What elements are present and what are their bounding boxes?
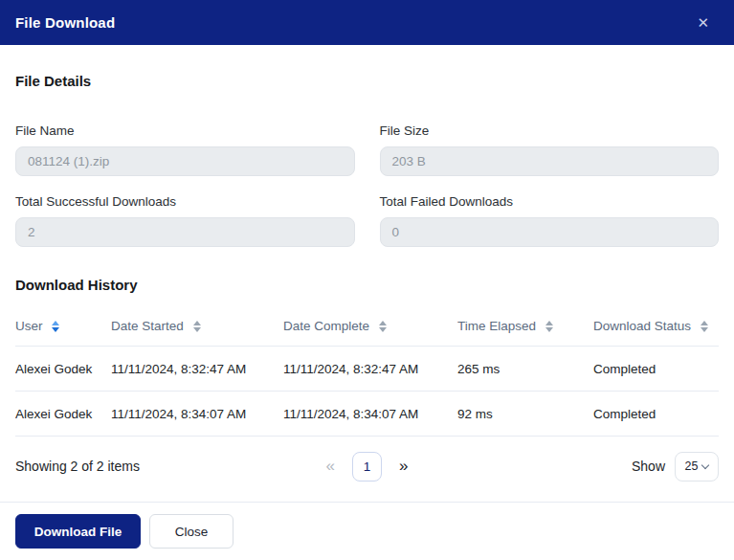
file-name-field-group: File Name 081124 (1).zip xyxy=(15,123,355,176)
file-details-heading: File Details xyxy=(15,73,719,89)
cell-download-status: Completed xyxy=(593,347,719,392)
next-page-icon[interactable]: » xyxy=(393,455,413,478)
file-name-input: 081124 (1).zip xyxy=(15,146,355,176)
cell-user: Alexei Godek xyxy=(15,392,111,437)
column-header-time-elapsed[interactable]: Time Elapsed xyxy=(457,319,593,347)
previous-page-icon[interactable]: « xyxy=(321,455,341,478)
sort-icon xyxy=(52,321,59,332)
column-label: User xyxy=(15,319,43,333)
show-group: Show 25 xyxy=(413,452,719,482)
file-download-modal: File Download ✕ File Details File Name 0… xyxy=(0,0,734,560)
cell-user: Alexei Godek xyxy=(15,347,111,392)
total-successful-input: 2 xyxy=(15,217,355,247)
close-icon[interactable]: ✕ xyxy=(693,11,713,34)
file-details-grid: File Name 081124 (1).zip File Size 203 B… xyxy=(15,123,719,247)
paging-summary: Showing 2 of 2 items xyxy=(15,459,321,474)
modal-header: File Download ✕ xyxy=(0,0,734,45)
cell-date-complete: 11/11/2024, 8:32:47 AM xyxy=(283,347,457,392)
cell-download-status: Completed xyxy=(593,392,719,437)
file-size-field-group: File Size 203 B xyxy=(380,123,720,176)
sort-icon xyxy=(379,321,387,332)
table-header-row: User Date Started Date Complete Time Ela… xyxy=(15,319,719,347)
column-label: Time Elapsed xyxy=(457,319,536,333)
modal-title: File Download xyxy=(15,14,115,31)
total-successful-field-group: Total Successful Downloads 2 xyxy=(15,194,355,247)
table-row: Alexei Godek 11/11/2024, 8:34:07 AM 11/1… xyxy=(15,392,719,437)
sort-icon xyxy=(193,321,201,332)
cell-date-started: 11/11/2024, 8:32:47 AM xyxy=(111,347,283,392)
pager: « 1 » xyxy=(321,452,414,482)
page-number-button[interactable]: 1 xyxy=(352,452,382,482)
show-label: Show xyxy=(632,459,665,474)
table-row: Alexei Godek 11/11/2024, 8:32:47 AM 11/1… xyxy=(15,347,719,392)
column-header-download-status[interactable]: Download Status xyxy=(593,319,719,347)
column-header-user[interactable]: User xyxy=(15,319,111,347)
total-failed-input: 0 xyxy=(380,217,720,247)
file-name-label: File Name xyxy=(15,123,355,138)
cell-time-elapsed: 265 ms xyxy=(457,347,593,392)
download-history-table: User Date Started Date Complete Time Ela… xyxy=(15,319,719,437)
sort-icon xyxy=(701,321,708,332)
sort-icon xyxy=(545,321,553,332)
close-button[interactable]: Close xyxy=(149,514,234,549)
column-label: Download Status xyxy=(593,319,691,333)
file-size-label: File Size xyxy=(380,123,720,138)
cell-date-started: 11/11/2024, 8:34:07 AM xyxy=(111,392,283,437)
total-failed-label: Total Failed Downloads xyxy=(380,194,720,209)
cell-time-elapsed: 92 ms xyxy=(457,392,593,437)
cell-date-complete: 11/11/2024, 8:34:07 AM xyxy=(283,392,457,437)
total-successful-label: Total Successful Downloads xyxy=(15,194,355,209)
download-history-heading: Download History xyxy=(15,277,719,293)
column-label: Date Started xyxy=(111,319,184,333)
total-failed-field-group: Total Failed Downloads 0 xyxy=(380,194,720,247)
column-header-date-started[interactable]: Date Started xyxy=(111,319,283,347)
pagination-bar: Showing 2 of 2 items « 1 » Show 25 xyxy=(15,451,719,482)
modal-body: File Details File Name 081124 (1).zip Fi… xyxy=(0,45,734,489)
chevron-down-icon xyxy=(701,460,709,468)
page-size-select[interactable]: 25 xyxy=(675,452,719,482)
column-label: Date Complete xyxy=(283,319,369,333)
column-header-date-complete[interactable]: Date Complete xyxy=(283,319,457,347)
page-size-value: 25 xyxy=(685,459,699,473)
modal-footer: Download File Close xyxy=(0,502,734,560)
download-file-button[interactable]: Download File xyxy=(15,514,141,549)
file-size-input: 203 B xyxy=(380,146,720,176)
